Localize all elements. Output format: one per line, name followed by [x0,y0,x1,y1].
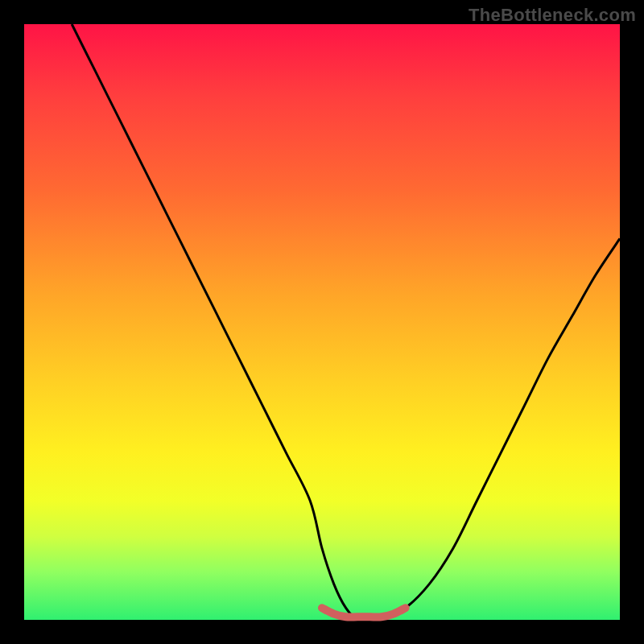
chart-frame: TheBottleneck.com [0,0,644,644]
watermark-text: TheBottleneck.com [469,5,636,26]
bottleneck-curve-path [72,24,620,621]
plot-background [24,24,620,620]
curve-layer [24,24,620,620]
zero-bottleneck-flat-path [322,608,406,617]
